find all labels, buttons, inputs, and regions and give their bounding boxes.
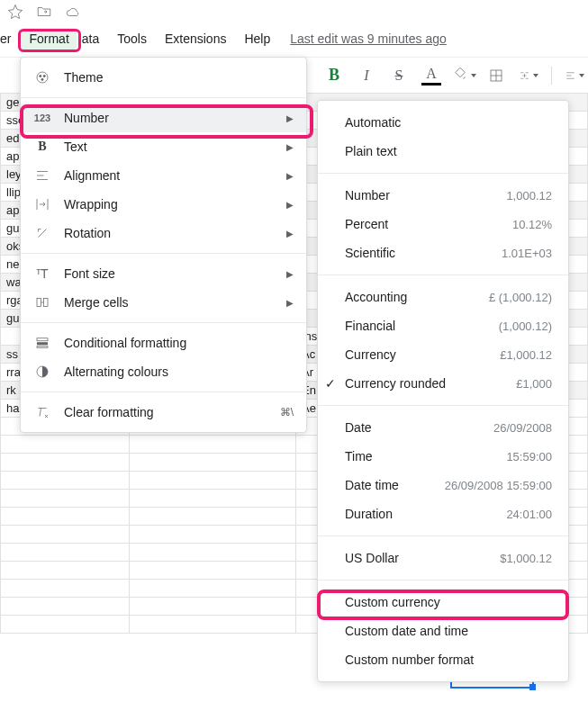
cell[interactable] (1, 616, 130, 634)
doc-header-icons (0, 0, 588, 22)
submenu-arrow-icon: ▶ (286, 229, 294, 238)
svg-rect-8 (37, 342, 48, 345)
alternating-icon (33, 364, 51, 380)
cell[interactable] (130, 562, 296, 580)
menu-number-label: Number (64, 111, 274, 125)
cell[interactable] (1, 544, 130, 562)
menu-wrapping[interactable]: Wrapping ▶ (21, 190, 306, 219)
menu-wrapping-label: Wrapping (64, 197, 274, 212)
cell[interactable] (1, 508, 130, 526)
cell[interactable] (1, 598, 130, 616)
fmt-currency-rounded[interactable]: ✓Currency rounded£1,000 (318, 369, 568, 398)
fmt-automatic[interactable]: Automatic (318, 108, 568, 137)
number-format-submenu: Automatic Plain text Number1,000.12 Perc… (317, 100, 569, 682)
menu-extensions[interactable]: Extensions (158, 28, 233, 50)
cell[interactable] (1, 562, 130, 580)
fmt-number[interactable]: Number1,000.12 (318, 181, 568, 210)
cell[interactable] (1, 472, 130, 490)
svg-rect-5 (37, 299, 41, 307)
format-dropdown: Theme 123 Number ▶ B Text ▶ Alignment ▶ … (20, 57, 307, 433)
fmt-duration[interactable]: Duration24:01:00 (318, 500, 568, 528)
cell[interactable] (130, 526, 296, 544)
horizontal-align-button[interactable] (565, 66, 584, 86)
merge-cells-icon (33, 294, 51, 310)
merge-button[interactable] (519, 66, 538, 86)
menu-font-size-label: Font size (64, 266, 274, 281)
borders-button[interactable] (486, 66, 506, 86)
menu-clear-shortcut: ⌘\ (280, 406, 294, 418)
bold-button[interactable]: B (324, 66, 344, 86)
fmt-percent[interactable]: Percent10.12% (318, 210, 568, 238)
fmt-time[interactable]: Time15:59:00 (318, 442, 568, 471)
menu-rotation-label: Rotation (64, 226, 274, 240)
menu-data-partial[interactable]: ata (80, 28, 106, 50)
menu-alternating-colours[interactable]: Alternating colours (21, 357, 306, 386)
strikethrough-button[interactable]: S (389, 66, 409, 86)
menu-rotation[interactable]: Rotation ▶ (21, 219, 306, 248)
cloud-icon[interactable] (65, 4, 81, 22)
number-icon: 123 (33, 112, 51, 123)
menu-merge-cells[interactable]: Merge cells ▶ (21, 288, 306, 317)
fmt-financial[interactable]: Financial(1,000.12) (318, 311, 568, 340)
submenu-arrow-icon: ▶ (286, 269, 294, 279)
menu-number[interactable]: 123 Number ▶ (21, 104, 306, 132)
cell[interactable] (1, 436, 130, 454)
menu-conditional-formatting[interactable]: Conditional formatting (21, 328, 306, 357)
folder-move-icon[interactable] (36, 4, 52, 22)
cell[interactable] (1, 580, 130, 598)
svg-rect-9 (37, 346, 48, 348)
menu-text[interactable]: B Text ▶ (21, 132, 306, 161)
fmt-date[interactable]: Date26/09/2008 (318, 413, 568, 442)
menu-text-label: Text (64, 140, 274, 154)
text-bold-icon: B (33, 140, 51, 154)
cell[interactable] (130, 454, 296, 472)
fmt-datetime[interactable]: Date time26/09/2008 15:59:00 (318, 471, 568, 500)
cell[interactable] (130, 580, 296, 598)
svg-point-2 (40, 75, 41, 76)
conditional-icon (33, 335, 51, 351)
fmt-plain-text[interactable]: Plain text (318, 137, 568, 166)
cell[interactable] (1, 526, 130, 544)
cell[interactable] (130, 490, 296, 508)
menu-alignment[interactable]: Alignment ▶ (21, 161, 306, 190)
clear-format-icon (33, 404, 51, 420)
star-icon[interactable] (7, 4, 23, 22)
fmt-custom-currency[interactable]: Custom currency (318, 588, 568, 616)
submenu-arrow-icon: ▶ (286, 298, 294, 308)
fmt-custom-datetime[interactable]: Custom date and time (318, 616, 568, 645)
submenu-arrow-icon: ▶ (286, 171, 294, 181)
fmt-accounting[interactable]: Accounting£ (1,000.12) (318, 283, 568, 311)
cell[interactable] (130, 436, 296, 454)
fill-handle[interactable] (529, 684, 536, 690)
theme-icon (33, 69, 51, 86)
menu-tools[interactable]: Tools (110, 28, 154, 50)
fmt-scientific[interactable]: Scientific1.01E+03 (318, 238, 568, 267)
svg-point-4 (41, 78, 43, 80)
cell[interactable] (130, 544, 296, 562)
menu-bar: er Format ata Tools Extensions Help Last… (0, 22, 588, 58)
fmt-usdollar[interactable]: US Dollar$1,000.12 (318, 544, 568, 572)
fmt-custom-number[interactable]: Custom number format (318, 645, 568, 674)
font-size-icon: тT (33, 266, 51, 281)
text-color-button[interactable]: A (421, 66, 441, 86)
menu-conditional-label: Conditional formatting (64, 336, 294, 350)
cell[interactable] (130, 508, 296, 526)
fmt-currency[interactable]: Currency£1,000.12 (318, 340, 568, 369)
svg-point-3 (43, 75, 45, 76)
menu-clear-formatting[interactable]: Clear formatting ⌘\ (21, 398, 306, 427)
italic-button[interactable]: I (357, 66, 376, 86)
cell[interactable] (130, 616, 296, 634)
fill-color-button[interactable] (454, 66, 474, 86)
menu-format[interactable]: Format (22, 28, 76, 50)
menu-theme[interactable]: Theme (21, 63, 306, 92)
cell[interactable] (1, 454, 130, 472)
last-edit-link[interactable]: Last edit was 9 minutes ago (290, 32, 447, 46)
menu-help[interactable]: Help (237, 28, 277, 50)
cell[interactable] (130, 472, 296, 490)
menu-font-size[interactable]: тT Font size ▶ (21, 259, 306, 288)
wrapping-icon (33, 196, 51, 212)
cell[interactable] (130, 598, 296, 616)
svg-rect-6 (44, 299, 49, 307)
submenu-arrow-icon: ▶ (286, 113, 294, 123)
cell[interactable] (1, 490, 130, 508)
